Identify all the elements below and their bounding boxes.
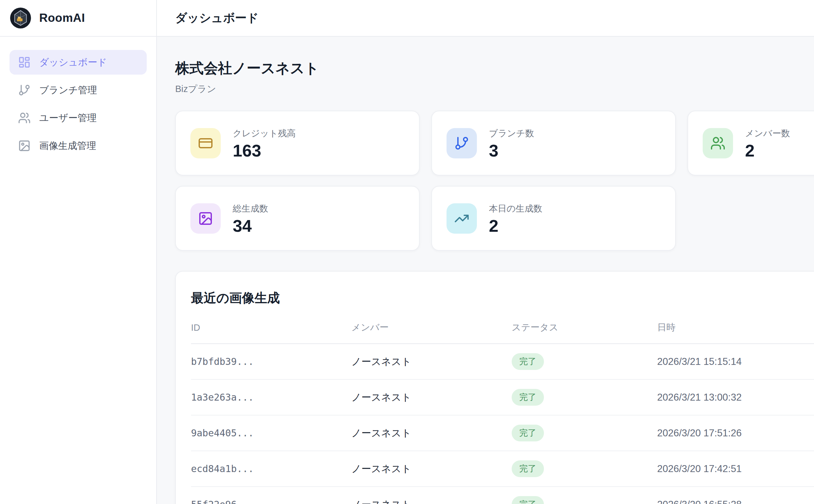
- sidebar-nav: ダッシュボード ブランチ管理 ユーザー管理: [0, 37, 156, 161]
- brand: RoomAI: [0, 0, 156, 37]
- generation-member: ノースネスト: [351, 415, 512, 451]
- stat-card-members: メンバー数 2: [688, 111, 814, 175]
- generation-datetime: 2026/3/20 16:55:28: [657, 487, 814, 504]
- stat-card-today-generations: 本日の生成数 2: [431, 186, 676, 251]
- trending-up-icon: [447, 203, 477, 234]
- plan-label: Bizプラン: [175, 83, 814, 95]
- stat-value: 2: [489, 217, 542, 234]
- stat-label: クレジット残高: [233, 127, 296, 139]
- stat-label: ブランチ数: [489, 127, 534, 139]
- recent-generations-title: 最近の画像生成: [191, 289, 814, 307]
- git-branch-icon: [447, 128, 477, 158]
- generation-datetime: 2026/3/20 17:42:51: [657, 451, 814, 487]
- table-header-row: ID メンバー ステータス 日時: [191, 321, 814, 344]
- generation-member: ノースネスト: [351, 487, 512, 504]
- credit-card-icon: [190, 128, 221, 158]
- git-branch-icon: [18, 84, 31, 96]
- sidebar-item-label: ダッシュボード: [39, 56, 107, 69]
- recent-generations-table: ID メンバー ステータス 日時 b7bfdb39... ノースネスト 完了 2…: [191, 321, 814, 504]
- dashboard-content: 株式会社ノースネスト Bizプラン クレジット残高 163: [157, 37, 814, 504]
- brand-name: RoomAI: [39, 11, 85, 25]
- stat-card-credits: クレジット残高 163: [175, 111, 420, 175]
- stat-value: 34: [233, 217, 268, 234]
- table-row[interactable]: 1a3e263a... ノースネスト 完了 2026/3/21 13:00:32: [191, 379, 814, 415]
- image-icon: [18, 139, 31, 152]
- generation-id: 9abe4405...: [191, 415, 351, 451]
- table-row[interactable]: 9abe4405... ノースネスト 完了 2026/3/20 17:51:26: [191, 415, 814, 451]
- brand-logo-icon: [10, 8, 31, 28]
- users-icon: [703, 128, 733, 158]
- stat-label: メンバー数: [745, 127, 790, 139]
- generation-datetime: 2026/3/21 15:15:14: [657, 344, 814, 379]
- column-header-datetime: 日時: [657, 321, 814, 344]
- status-badge: 完了: [512, 425, 544, 441]
- sidebar-item-branches[interactable]: ブランチ管理: [9, 78, 147, 102]
- column-header-member: メンバー: [351, 321, 512, 344]
- sidebar-item-label: ユーザー管理: [39, 112, 96, 125]
- recent-generations-card: 最近の画像生成 ID メンバー ステータス 日時 b7bfdb39...: [175, 271, 814, 504]
- stat-card-branches: ブランチ数 3: [431, 111, 676, 175]
- generation-datetime: 2026/3/20 17:51:26: [657, 415, 814, 451]
- generation-member: ノースネスト: [351, 344, 512, 379]
- column-header-id: ID: [191, 321, 351, 344]
- layout-dashboard-icon: [18, 56, 31, 69]
- users-icon: [18, 112, 31, 124]
- page-title: ダッシュボード: [175, 10, 259, 26]
- sidebar-item-label: ブランチ管理: [39, 84, 97, 97]
- status-badge: 完了: [512, 496, 544, 504]
- company-name: 株式会社ノースネスト: [175, 59, 814, 78]
- status-badge: 完了: [512, 353, 544, 370]
- sidebar-item-label: 画像生成管理: [39, 139, 96, 152]
- stat-value: 3: [489, 142, 534, 159]
- stat-label: 本日の生成数: [489, 203, 542, 215]
- image-icon: [190, 203, 221, 234]
- topbar: ダッシュボード: [157, 0, 814, 37]
- stat-card-total-generations: 総生成数 34: [175, 186, 420, 251]
- generation-member: ノースネスト: [351, 379, 512, 415]
- sidebar: RoomAI ダッシュボード ブランチ管理: [0, 0, 157, 504]
- generation-id: 1a3e263a...: [191, 379, 351, 415]
- generation-id: 55f22e96...: [191, 487, 351, 504]
- generation-id: ecd84a1b...: [191, 451, 351, 487]
- column-header-status: ステータス: [512, 321, 657, 344]
- sidebar-item-users[interactable]: ユーザー管理: [9, 106, 147, 130]
- status-badge: 完了: [512, 389, 544, 406]
- generation-member: ノースネスト: [351, 451, 512, 487]
- generation-id: b7bfdb39...: [191, 344, 351, 379]
- stats-grid: クレジット残高 163 ブランチ数 3: [175, 111, 814, 251]
- generation-datetime: 2026/3/21 13:00:32: [657, 379, 814, 415]
- table-row[interactable]: b7bfdb39... ノースネスト 完了 2026/3/21 15:15:14: [191, 344, 814, 379]
- status-badge: 完了: [512, 460, 544, 477]
- app-root: RoomAI ダッシュボード ブランチ管理: [0, 0, 814, 504]
- stat-label: 総生成数: [233, 203, 268, 215]
- table-row[interactable]: ecd84a1b... ノースネスト 完了 2026/3/20 17:42:51: [191, 451, 814, 487]
- stat-value: 163: [233, 142, 296, 159]
- main-area: ダッシュボード 株式会社ノースネスト Bizプラン クレジット残高 163: [157, 0, 814, 504]
- stat-value: 2: [745, 142, 790, 159]
- sidebar-item-dashboard[interactable]: ダッシュボード: [9, 50, 147, 75]
- sidebar-item-image-generations[interactable]: 画像生成管理: [9, 133, 147, 158]
- table-row[interactable]: 55f22e96... ノースネスト 完了 2026/3/20 16:55:28: [191, 487, 814, 504]
